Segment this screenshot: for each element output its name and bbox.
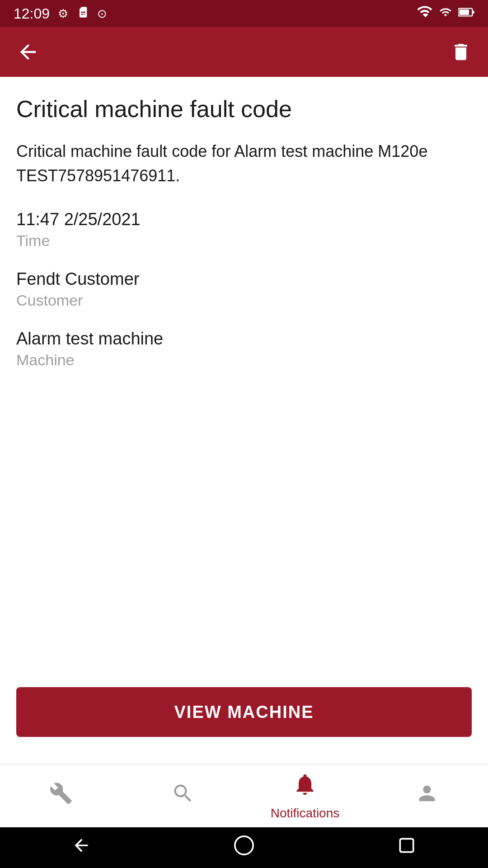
time-label: Time [16, 232, 472, 250]
notifications-icon [292, 772, 318, 802]
view-machine-button[interactable]: VIEW MACHINE [16, 687, 472, 737]
machine-value: Alarm test machine [16, 329, 472, 349]
machine-detail-block: Alarm test machine Machine [16, 329, 472, 369]
back-button[interactable] [16, 40, 40, 64]
customer-value: Fendt Customer [16, 269, 472, 289]
status-bar-left: 12:09 ⚙ ⊙ [14, 5, 107, 22]
notification-body: Critical machine fault code for Alarm te… [16, 139, 472, 188]
system-navigation-bar [0, 827, 488, 868]
bottom-navigation: Notifications [0, 764, 488, 827]
sync-icon: ⊙ [97, 7, 107, 21]
profile-icon [415, 782, 439, 811]
delete-button[interactable] [450, 41, 472, 63]
time-value: 11:47 2/25/2021 [16, 210, 472, 229]
nav-item-notifications[interactable]: Notifications [244, 772, 366, 821]
svg-rect-3 [400, 839, 413, 852]
nav-item-profile[interactable] [366, 782, 488, 811]
status-bar-right [417, 6, 474, 22]
app-bar [0, 27, 488, 77]
notification-detail-content: Critical machine fault code Critical mac… [0, 77, 488, 764]
notification-title: Critical machine fault code [16, 95, 472, 123]
settings-icon: ⚙ [58, 7, 68, 21]
back-system-button[interactable] [71, 835, 91, 860]
svg-rect-1 [459, 9, 469, 15]
sim-icon [76, 6, 89, 22]
customer-label: Customer [16, 292, 472, 309]
wifi-icon [417, 6, 433, 22]
notifications-label: Notifications [271, 806, 340, 821]
search-icon [171, 782, 195, 811]
nav-item-search[interactable] [122, 782, 244, 811]
status-time: 12:09 [14, 5, 50, 22]
customer-detail-block: Fendt Customer Customer [16, 269, 472, 309]
recents-system-button[interactable] [397, 835, 417, 860]
home-system-button[interactable] [234, 835, 254, 860]
machine-label: Machine [16, 351, 472, 369]
svg-point-2 [235, 836, 253, 854]
status-bar: 12:09 ⚙ ⊙ [0, 0, 488, 27]
battery-icon [458, 6, 474, 22]
time-detail-block: 11:47 2/25/2021 Time [16, 210, 472, 250]
services-icon [49, 782, 73, 811]
nav-item-services[interactable] [0, 782, 122, 811]
signal-icon [439, 6, 452, 22]
